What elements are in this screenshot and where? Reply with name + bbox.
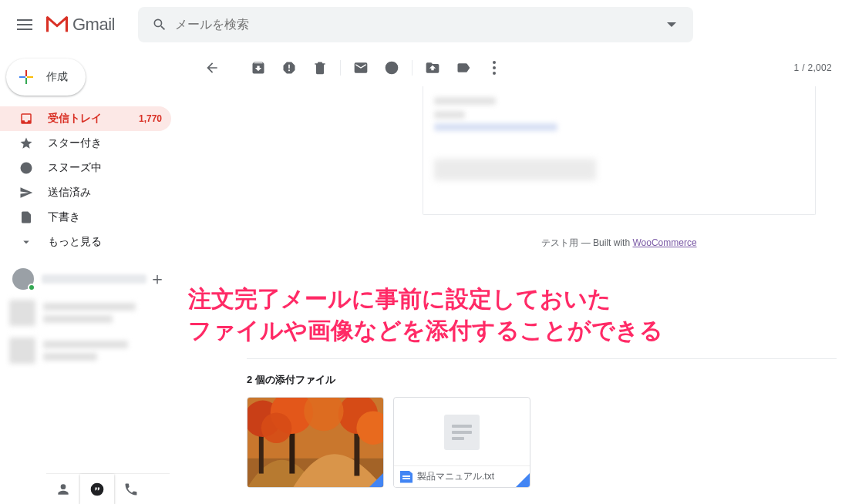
compose-button[interactable]: 作成: [6, 59, 86, 96]
attachment-filename: 製品マニュアル.txt: [417, 470, 494, 483]
star-icon: [19, 136, 34, 151]
nav-snoozed[interactable]: スヌーズ中: [0, 156, 171, 180]
app-header: Gmail: [0, 0, 852, 49]
more-actions-button[interactable]: [479, 52, 510, 83]
svg-rect-4: [19, 76, 25, 78]
redacted-text: [434, 97, 496, 105]
tab-hangouts[interactable]: [80, 474, 114, 504]
attachments-list: 製品マニュアル.txt: [247, 397, 530, 488]
nav-more[interactable]: もっと見る: [0, 230, 171, 254]
search-icon[interactable]: [144, 9, 175, 40]
gmail-logo-icon: [46, 16, 68, 33]
archive-button[interactable]: [243, 52, 274, 83]
list-item[interactable]: [9, 297, 171, 328]
message-position: 1 / 2,002: [794, 62, 832, 73]
avatar[interactable]: [12, 268, 34, 290]
list-item[interactable]: [9, 335, 171, 365]
image-thumbnail: [248, 398, 383, 487]
nav-label: 下書き: [48, 210, 162, 224]
attachment-corner-icon: [516, 473, 530, 487]
svg-point-16: [261, 412, 292, 443]
svg-point-5: [91, 483, 104, 496]
attachments-heading: 2 個の添付ファイル: [247, 373, 335, 387]
compose-label: 作成: [46, 70, 69, 84]
search-input[interactable]: [175, 18, 656, 32]
presence-dot: [28, 284, 35, 291]
overlay-line: 注文完了メールに事前に設定しておいた: [188, 284, 837, 315]
annotation-overlay: 注文完了メールに事前に設定しておいた ファイルや画像などを添付することができる: [188, 284, 837, 346]
avatar: [9, 300, 35, 326]
nav-count: 1,770: [139, 113, 162, 124]
hangouts-tabs: [46, 473, 170, 504]
message-footer: テスト用 — Built with WooCommerce: [423, 237, 816, 250]
chevron-down-icon: [19, 234, 34, 250]
divider: [247, 358, 837, 359]
footer-link[interactable]: WooCommerce: [632, 237, 696, 248]
redacted-link: [434, 123, 557, 131]
redacted-text: [434, 111, 465, 119]
snooze-button[interactable]: [376, 52, 407, 83]
tab-phone[interactable]: [114, 474, 148, 504]
tab-contacts[interactable]: [46, 474, 80, 504]
delete-button[interactable]: [305, 52, 335, 83]
svg-rect-2: [27, 76, 33, 78]
inbox-icon: [19, 111, 34, 126]
avatar: [9, 338, 35, 364]
search-options-icon[interactable]: [656, 9, 687, 40]
nav-sent[interactable]: 送信済み: [0, 180, 171, 205]
message-toolbar: 1 / 2,002: [197, 49, 846, 86]
svg-point-7: [493, 66, 496, 69]
nav-drafts[interactable]: 下書き: [0, 205, 171, 230]
current-user-name: [42, 274, 146, 284]
folder-nav: 受信トレイ 1,770 スター付き スヌーズ中 送信済み 下書き もっと見る: [0, 106, 179, 254]
send-icon: [19, 185, 34, 200]
clock-icon: [19, 160, 34, 176]
footer-prefix: テスト用 — Built with: [541, 237, 632, 248]
nav-label: 送信済み: [48, 186, 162, 200]
attachment-file[interactable]: 製品マニュアル.txt: [393, 397, 530, 488]
nav-starred[interactable]: スター付き: [0, 131, 171, 156]
gmail-logo-text: Gmail: [72, 15, 115, 35]
nav-label: スター付き: [48, 136, 162, 150]
document-icon: [394, 415, 530, 450]
attachment-corner-icon: [369, 473, 383, 487]
attachment-image[interactable]: [247, 397, 384, 488]
back-button[interactable]: [197, 52, 227, 83]
redacted-text: [434, 159, 596, 180]
main-menu-icon[interactable]: [6, 6, 43, 43]
spam-button[interactable]: [274, 52, 305, 83]
hangouts-header[interactable]: ＋: [8, 265, 173, 293]
svg-rect-1: [25, 70, 27, 76]
nav-inbox[interactable]: 受信トレイ 1,770: [0, 106, 171, 131]
hangouts-contacts: [8, 293, 173, 370]
message-area: テスト用 — Built with WooCommerce: [247, 86, 840, 250]
message-card: [423, 86, 816, 215]
svg-point-8: [493, 72, 496, 75]
labels-button[interactable]: [448, 52, 479, 83]
new-chat-button[interactable]: ＋: [146, 268, 168, 290]
plus-icon: [17, 68, 35, 86]
svg-point-6: [493, 61, 496, 64]
overlay-line: ファイルや画像などを添付することができる: [188, 315, 837, 347]
mark-unread-button[interactable]: [345, 52, 376, 83]
text-file-icon: [400, 471, 413, 483]
svg-rect-3: [25, 78, 27, 84]
nav-label: 受信トレイ: [48, 112, 139, 126]
move-to-button[interactable]: [417, 52, 448, 83]
file-icon: [19, 210, 34, 225]
gmail-logo[interactable]: Gmail: [46, 15, 115, 35]
attachment-filename-bar: 製品マニュアル.txt: [394, 465, 530, 487]
hangouts-panel: ＋: [8, 265, 173, 370]
search-bar[interactable]: [138, 7, 693, 42]
nav-label: もっと見る: [48, 235, 162, 249]
nav-label: スヌーズ中: [48, 161, 162, 175]
